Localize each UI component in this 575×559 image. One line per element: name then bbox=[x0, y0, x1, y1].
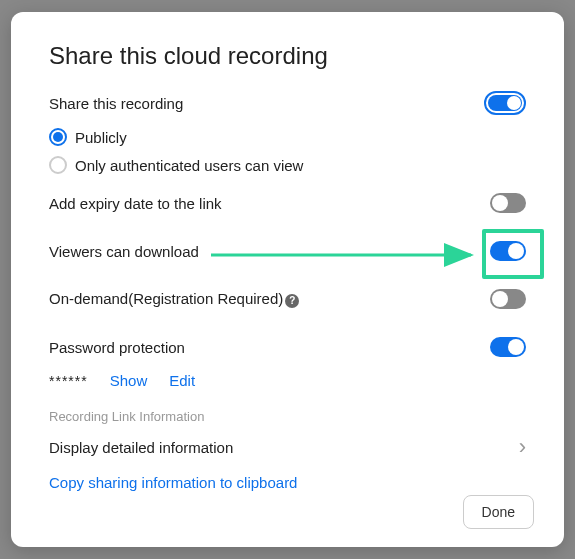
radio-icon bbox=[49, 128, 67, 146]
share-recording-modal: Share this cloud recording Share this re… bbox=[11, 12, 564, 547]
password-controls: ****** Show Edit bbox=[49, 372, 526, 389]
modal-footer: Done bbox=[463, 495, 534, 529]
copy-sharing-link[interactable]: Copy sharing information to clipboard bbox=[49, 474, 526, 491]
radio-authenticated[interactable]: Only authenticated users can view bbox=[49, 156, 526, 174]
share-recording-label: Share this recording bbox=[49, 95, 183, 112]
on-demand-row: On-demand(Registration Required)? bbox=[49, 286, 526, 312]
modal-title: Share this cloud recording bbox=[49, 42, 526, 70]
radio-authenticated-label: Only authenticated users can view bbox=[75, 157, 303, 174]
expiry-label: Add expiry date to the link bbox=[49, 195, 222, 212]
show-password-link[interactable]: Show bbox=[110, 372, 148, 389]
help-icon[interactable]: ? bbox=[285, 294, 299, 308]
expiry-toggle[interactable] bbox=[490, 193, 526, 213]
password-row: Password protection bbox=[49, 334, 526, 360]
chevron-right-icon: › bbox=[519, 434, 526, 460]
password-label: Password protection bbox=[49, 339, 185, 356]
password-toggle[interactable] bbox=[490, 337, 526, 357]
share-recording-toggle[interactable] bbox=[484, 91, 526, 115]
display-detailed-label: Display detailed information bbox=[49, 439, 233, 456]
edit-password-link[interactable]: Edit bbox=[169, 372, 195, 389]
share-visibility-radio-group: Publicly Only authenticated users can vi… bbox=[49, 128, 526, 174]
radio-publicly-label: Publicly bbox=[75, 129, 127, 146]
radio-publicly[interactable]: Publicly bbox=[49, 128, 526, 146]
share-recording-row: Share this recording bbox=[49, 90, 526, 116]
link-info-section-label: Recording Link Information bbox=[49, 409, 526, 424]
on-demand-label: On-demand(Registration Required)? bbox=[49, 290, 299, 307]
display-detailed-row[interactable]: Display detailed information › bbox=[49, 434, 526, 460]
radio-icon bbox=[49, 156, 67, 174]
download-toggle[interactable] bbox=[490, 241, 526, 261]
expiry-row: Add expiry date to the link bbox=[49, 190, 526, 216]
download-label: Viewers can download bbox=[49, 243, 199, 260]
password-masked: ****** bbox=[49, 373, 88, 389]
done-button[interactable]: Done bbox=[463, 495, 534, 529]
on-demand-toggle[interactable] bbox=[490, 289, 526, 309]
download-row: Viewers can download bbox=[49, 238, 526, 264]
